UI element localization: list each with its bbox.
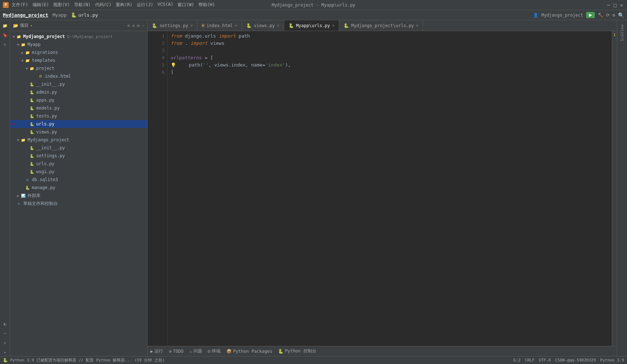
menu-refactor[interactable]: 重构(R) [116, 2, 132, 8]
tree-item-manage-py[interactable]: 🐍 manage.py [10, 184, 147, 192]
status-python-icon: 🐍 [3, 358, 8, 363]
menu-help[interactable]: 帮助(H) [199, 2, 215, 8]
editor-scrollbar[interactable]: 1 [612, 31, 617, 346]
views-tab-close[interactable]: ✕ [277, 23, 280, 28]
py-file-icon: 🐍 [29, 106, 35, 111]
todo-panel-btn[interactable]: ≡ TODO [169, 349, 183, 354]
menu-code[interactable]: 代码(C) [95, 2, 112, 8]
menu-edit[interactable]: 编辑(E) [33, 2, 49, 8]
gutter-line-5 [148, 61, 153, 69]
maximize-button[interactable]: □ [613, 3, 618, 8]
tree-item-apps-py[interactable]: 🐍 apps.py [10, 96, 147, 104]
panel-close-icon[interactable]: — [142, 23, 144, 28]
tree-item-mydjango-root[interactable]: ▼ 📁 Mydjango_project G:\Mydjango_project [10, 33, 147, 40]
menu-window[interactable]: 窗口(W) [178, 2, 194, 8]
settings-tab-close[interactable]: ✕ [190, 23, 193, 28]
tree-item-init-py[interactable]: 🐍 __init__.py [10, 80, 147, 88]
menu-bar[interactable]: 文件(F) 编辑(E) 视图(V) 导航(N) 代码(C) 重构(R) 运行(J… [12, 2, 215, 8]
settings-button[interactable]: ⚙ [613, 13, 615, 18]
locate-file-icon[interactable]: ⊕ [127, 23, 130, 28]
project-tab-myapp[interactable]: Myapp [52, 12, 67, 18]
code-content[interactable]: from django.urls import path from . impo… [168, 31, 612, 346]
sidebar-star-icon[interactable]: ★ [1, 348, 9, 356]
tab-index-html[interactable]: H index.html ✕ [197, 20, 242, 31]
tree-item-tests-py[interactable]: 🐍 tests.py [10, 112, 147, 120]
tree-item-index-html[interactable]: H index.html [10, 72, 147, 80]
tab-mydjango-urls[interactable]: 🐍 Mydjango_project\urls.py ✕ [339, 20, 423, 31]
tree-item-external-libs[interactable]: ▶ 📊 外部库 [10, 192, 147, 200]
status-bar-left: 🐍 Python 3.9 已被配置为项目解释器 // 配置 Python 解释器… [3, 357, 165, 363]
myappurls-tab-label: Myapp\urls.py [296, 23, 330, 28]
tab-myapp-urls[interactable]: 🐍 Myapp\urls.py ✕ [284, 20, 340, 31]
menu-vcs[interactable]: VCS(A) [158, 2, 173, 8]
window-controls[interactable]: ─ □ ✕ [606, 3, 624, 8]
menu-nav[interactable]: 导航(N) [74, 2, 91, 8]
app-logo: P [3, 2, 9, 8]
tree-item-settings-py[interactable]: 🐍 settings.py [10, 152, 147, 160]
myappurls-tab-close[interactable]: ✕ [332, 23, 335, 28]
sidebar-project-icon[interactable]: 📁 [1, 22, 9, 30]
tree-item-migrations[interactable]: ▶ 📁 migrations [10, 48, 147, 56]
build-button[interactable]: 🔨 [598, 13, 603, 18]
run-label: 运行 [154, 348, 163, 354]
panel-header: 📂 项目 ▾ ⊕ ≡ ⚙ — [10, 20, 147, 31]
encoding[interactable]: UTF-8 [539, 358, 551, 363]
reload-button[interactable]: ⟳ [606, 13, 610, 18]
mydjangourls-tab-close[interactable]: ✕ [416, 23, 419, 28]
tree-item-db-sqlite[interactable]: ⊞ db.sqlite3 [10, 176, 147, 184]
folder-icon: 📁 [20, 42, 26, 47]
panel-dropdown-icon[interactable]: ▾ [30, 23, 33, 28]
tree-item-views-py[interactable]: 🐍 views.py [10, 128, 147, 136]
lightbulb-icon: 💡 [171, 61, 176, 69]
tree-item-models-py[interactable]: 🐍 models.py [10, 104, 147, 112]
python-console-btn[interactable]: 🐍 Python 控制台 [278, 348, 316, 354]
tree-item-wsgi-py[interactable]: 🐍 wsgi.py [10, 168, 147, 176]
tree-label-settings: settings.py [36, 153, 65, 158]
tree-item-myapp[interactable]: ▼ 📁 Myapp [10, 40, 147, 48]
sidebar-bottom2-icon[interactable]: ≈ [1, 329, 9, 337]
editor-content[interactable]: 1 2 3 4 5 6 from django.urls import path [148, 31, 617, 346]
folder-icon: 📁 [29, 66, 35, 71]
terminal-panel-btn[interactable]: ⊡ 终端 [208, 348, 221, 354]
tree-item-project-folder[interactable]: ▼ 📁 project [10, 64, 147, 72]
project-tab-urls[interactable]: 🐍 urls.py [71, 12, 98, 18]
sidebar-bottom1-icon[interactable]: ◧ [1, 320, 9, 328]
menu-file[interactable]: 文件(F) [12, 2, 28, 8]
scaleview-label[interactable]: Sc&View [620, 22, 624, 44]
run-panel-btn[interactable]: ▶ 运行 [150, 348, 163, 354]
sidebar-structure-icon[interactable]: ≡ [1, 40, 9, 48]
sidebar-bottom3-icon[interactable]: ⊙ [1, 339, 9, 347]
tree-item-templates[interactable]: ▼ 📁 templates [10, 56, 147, 64]
tab-settings[interactable]: 🐍 settings.py ✕ [148, 20, 197, 31]
problems-panel-btn[interactable]: ⚠ 问题 [189, 348, 202, 354]
menu-view[interactable]: 视图(V) [53, 2, 70, 8]
search-button[interactable]: 🔍 [618, 12, 624, 18]
status-message: Python 3.9 已被配置为项目解释器 // 配置 Python 解释器..… [10, 357, 165, 363]
tree-item-mydjango-project[interactable]: ▼ 📁 Mydjango_project [10, 136, 147, 144]
python-version[interactable]: Python 3.9 [600, 358, 624, 363]
tree-label-templates: templates [32, 58, 55, 63]
indexhtml-tab-close[interactable]: ✕ [235, 23, 238, 28]
close-button[interactable]: ✕ [619, 3, 624, 8]
packages-panel-btn[interactable]: 📦 Python Packages [226, 349, 272, 354]
minimize-button[interactable]: ─ [606, 3, 611, 8]
panel-settings-icon[interactable]: ⚙ [137, 23, 140, 28]
warning-count: 1 [613, 33, 616, 37]
file-tree[interactable]: ▼ 📁 Mydjango_project G:\Mydjango_project… [10, 31, 147, 356]
run-button[interactable]: ▶ [586, 12, 595, 18]
menu-run[interactable]: 运行(J) [137, 2, 153, 8]
tree-item-scratch[interactable]: ⊙ 草稿文件和控制台 [10, 200, 147, 207]
run-config-selector[interactable]: Mydjango_project [541, 13, 583, 18]
packages-icon: 📦 [226, 349, 232, 354]
cursor-position[interactable]: 6:2 [513, 358, 521, 363]
tab-views[interactable]: 🐍 views.py ✕ [242, 20, 284, 31]
tree-item-init-py2[interactable]: 🐍 __init__.py [10, 144, 147, 152]
line-ending[interactable]: CRLF [525, 358, 535, 363]
user-info: CSDN-@qq-59020329 [555, 358, 596, 363]
sidebar-bookmarks-icon[interactable]: 🔖 [1, 31, 9, 39]
tree-item-urls-py-main[interactable]: 🐍 urls.py [10, 160, 147, 168]
tree-item-admin-py[interactable]: 🐍 admin.py [10, 88, 147, 96]
tree-item-urls-py-myapp[interactable]: ➤ 🐍 urls.py [10, 120, 147, 128]
project-name[interactable]: Mydjango_project [3, 12, 48, 18]
collapse-all-icon[interactable]: ≡ [132, 23, 135, 28]
